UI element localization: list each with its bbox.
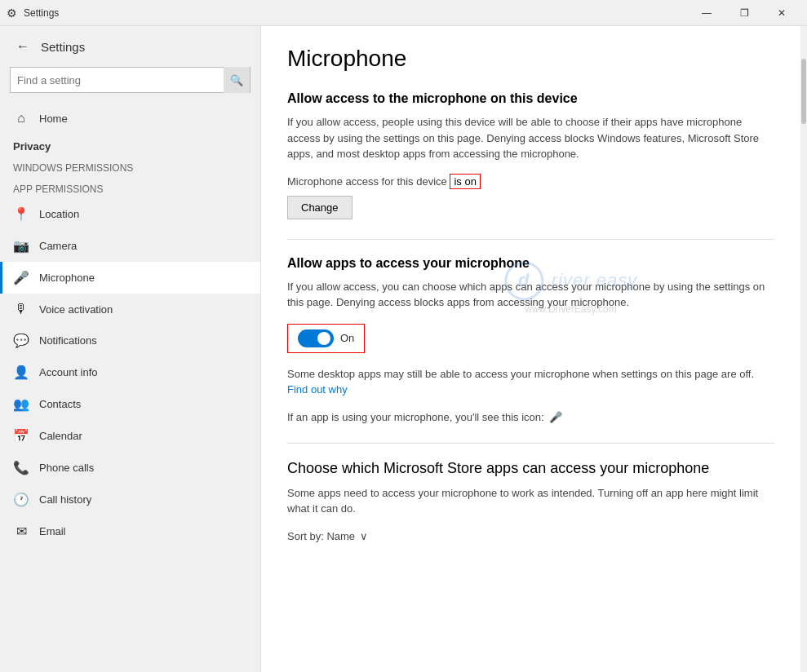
sidebar-item-phone[interactable]: 📞 Phone calls (0, 452, 260, 484)
windows-permissions-label: Windows permissions (0, 156, 260, 177)
note-text-content: Some desktop apps may still be able to a… (287, 368, 754, 380)
sidebar-item-account[interactable]: 👤 Account info (0, 356, 260, 388)
sidebar-item-label-history: Call history (39, 493, 91, 506)
account-icon: 👤 (13, 365, 29, 380)
main-content: d river easy www.DriverEasy.com Micropho… (287, 46, 774, 542)
sidebar-item-voice[interactable]: 🎙 Voice activation (0, 294, 260, 325)
email-icon: ✉ (13, 524, 29, 539)
toggle-track (298, 329, 334, 347)
toggle-border: On (287, 324, 365, 353)
sidebar-item-notifications[interactable]: 💬 Notifications (0, 325, 260, 356)
access-status-highlighted: is on (450, 174, 480, 189)
privacy-section-label: Privacy (0, 134, 260, 156)
access-status-line: Microphone access for this device is on (287, 175, 774, 188)
sidebar-app-title: Settings (41, 40, 85, 54)
sidebar-item-calendar[interactable]: 📅 Calendar (0, 420, 260, 452)
search-box[interactable]: 🔍 (10, 67, 251, 93)
page-title: Microphone (287, 46, 774, 72)
divider (287, 239, 774, 240)
sidebar-item-label-phone: Phone calls (39, 462, 94, 474)
sidebar-item-home[interactable]: ⌂ Home (0, 103, 260, 134)
scrollbar-thumb (801, 59, 806, 124)
sidebar-header: ← Settings (0, 26, 260, 67)
home-icon: ⌂ (13, 111, 29, 126)
find-out-why-link[interactable]: Find out why (287, 383, 348, 396)
sidebar-item-label-voice: Voice activation (39, 303, 113, 316)
sort-row[interactable]: Sort by: Name ∨ (287, 530, 774, 542)
app-body: ← Settings 🔍 ⌂ Home Privacy Windows perm… (0, 26, 807, 672)
app-permissions-label: App permissions (0, 177, 260, 198)
change-button[interactable]: Change (287, 196, 353, 219)
calendar-icon: 📅 (13, 428, 29, 444)
notifications-icon: 💬 (13, 333, 29, 348)
microphone-example-icon: 🎤 (549, 411, 562, 423)
sidebar-item-label-microphone: Microphone (39, 272, 95, 284)
access-status-prefix: Microphone access for this device (287, 175, 447, 188)
sidebar-item-email[interactable]: ✉ Email (0, 515, 260, 547)
back-button[interactable]: ← (13, 36, 33, 57)
titlebar: ⚙ Settings — ❐ ✕ (0, 0, 807, 26)
camera-icon: 📷 (13, 238, 29, 254)
sidebar-item-contacts[interactable]: 👥 Contacts (0, 388, 260, 420)
search-button[interactable]: 🔍 (224, 67, 250, 93)
contacts-icon: 👥 (13, 396, 29, 412)
history-icon: 🕐 (13, 492, 29, 507)
sidebar-item-label-account: Account info (39, 366, 98, 378)
sidebar-item-label-notifications: Notifications (39, 334, 97, 347)
main-panel: d river easy www.DriverEasy.com Micropho… (261, 26, 800, 672)
sidebar-item-label-calendar: Calendar (39, 430, 82, 442)
sidebar-item-label-location: Location (39, 208, 79, 220)
settings-icon: ⚙ (7, 7, 17, 20)
sidebar-item-label-camera: Camera (39, 240, 77, 252)
search-input[interactable] (11, 74, 224, 86)
section1-title: Allow access to the microphone on this d… (287, 91, 774, 106)
microphone-toggle[interactable] (298, 329, 334, 347)
toggle-label: On (340, 332, 354, 344)
toggle-row: On (287, 324, 774, 353)
sort-chevron-icon: ∨ (360, 530, 368, 542)
titlebar-title: Settings (24, 7, 688, 19)
minimize-button[interactable]: — (688, 0, 725, 26)
sidebar-item-location[interactable]: 📍 Location (0, 198, 260, 230)
sidebar: ← Settings 🔍 ⌂ Home Privacy Windows perm… (0, 26, 261, 672)
section3-desc: Some apps need to access your microphone… (287, 485, 774, 517)
window-controls: — ❐ ✕ (688, 0, 800, 26)
sort-label: Sort by: Name (287, 530, 355, 542)
location-icon: 📍 (13, 206, 29, 222)
phone-icon: 📞 (13, 460, 29, 475)
close-button[interactable]: ✕ (763, 0, 800, 26)
toggle-thumb (317, 332, 330, 345)
sidebar-item-camera[interactable]: 📷 Camera (0, 230, 260, 262)
note-text: Some desktop apps may still be able to a… (287, 366, 774, 398)
divider2 (287, 443, 774, 444)
icon-example-line: If an app is using your microphone, you'… (287, 411, 774, 423)
sidebar-item-microphone[interactable]: 🎤 Microphone (0, 262, 260, 294)
section2-title: Allow apps to access your microphone (287, 256, 774, 271)
section3-title: Choose which Microsoft Store apps can ac… (287, 460, 774, 477)
section1-desc: If you allow access, people using this d… (287, 114, 774, 162)
microphone-icon: 🎤 (13, 270, 29, 285)
voice-icon: 🎙 (13, 302, 29, 316)
icon-example-prefix: If an app is using your microphone, you'… (287, 411, 544, 423)
sidebar-item-label-email: Email (39, 525, 66, 537)
maximize-button[interactable]: ❐ (725, 0, 763, 26)
section2-desc: If you allow access, you can choose whic… (287, 279, 774, 311)
home-label: Home (39, 113, 68, 125)
scrollbar-track[interactable] (800, 26, 807, 672)
sidebar-item-label-contacts: Contacts (39, 398, 81, 410)
sidebar-item-history[interactable]: 🕐 Call history (0, 484, 260, 515)
